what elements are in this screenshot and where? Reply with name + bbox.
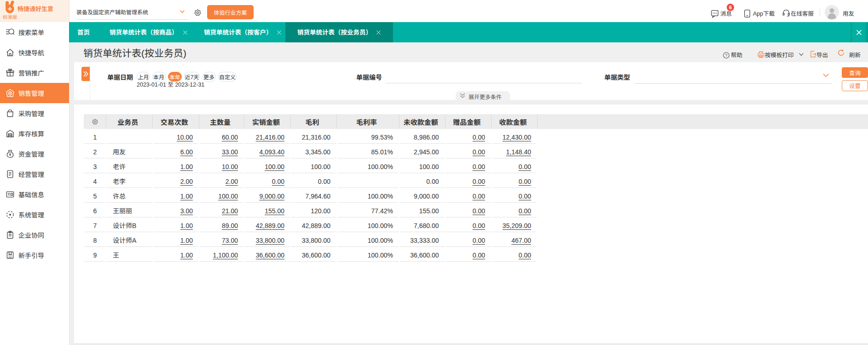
svg-text:?: ? (725, 53, 728, 58)
